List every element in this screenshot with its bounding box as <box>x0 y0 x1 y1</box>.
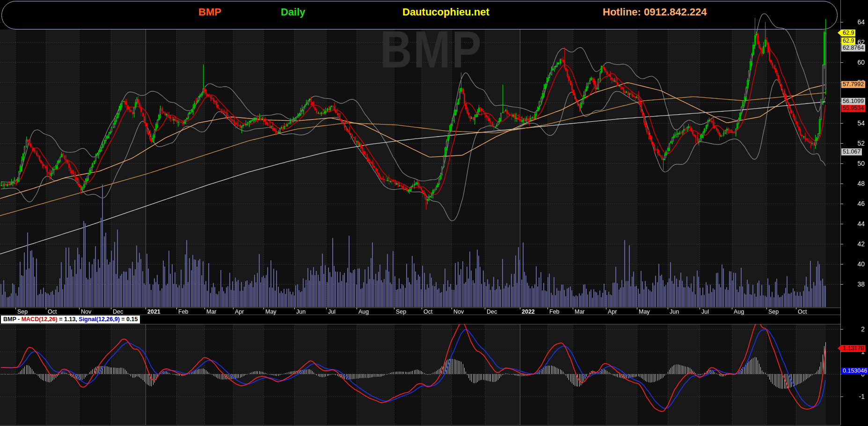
time-axis-label: May <box>639 308 650 315</box>
time-axis-label: Feb <box>549 308 560 315</box>
value-badge: 55.9534 <box>841 105 865 112</box>
time-axis-label: May <box>265 308 277 315</box>
price-axis-label: 64 <box>842 18 865 26</box>
time-axis-label: Oct <box>48 308 57 315</box>
time-axis-label: Apr <box>235 308 244 315</box>
stock-chart-window: BMP Daily Dautucophieu.net Hotline: 0912… <box>0 0 868 426</box>
time-axis-label: 2022 <box>522 308 535 315</box>
legend-macd-label: MACD(12,26) <box>22 316 58 323</box>
time-axis-label: Dec <box>487 308 497 315</box>
badge-arrow-icon <box>838 29 841 36</box>
time-axis-label: Oct <box>423 308 432 315</box>
legend-symbol: BMP - <box>3 316 22 323</box>
legend-signal-value: = 0.15 <box>120 316 138 323</box>
time-axis-label: Jun <box>670 308 679 315</box>
time-axis-label: Dec <box>113 308 123 315</box>
legend-macd-value: = 1.13, <box>58 316 79 323</box>
price-axis-label: 44 <box>842 220 865 228</box>
price-axis-label: 60 <box>842 59 865 66</box>
value-badge: 62.8764 <box>841 44 865 51</box>
value-badge: 62.9 <box>841 37 855 44</box>
legend-signal-label: Signal(12,26,9) <box>79 316 120 323</box>
price-axis-label: 38 <box>842 280 865 288</box>
time-axis-label: Jul <box>328 308 336 315</box>
time-axis-label: Feb <box>178 308 189 315</box>
price-axis-label: 54 <box>842 119 865 127</box>
time-axis-label: Jun <box>296 308 306 315</box>
price-axis-label: 48 <box>842 180 865 187</box>
time-axis-label: Mar <box>206 308 217 315</box>
time-axis-label: Apr <box>608 308 617 315</box>
price-axis-label: 40 <box>842 260 865 268</box>
time-axis-label: Nov <box>453 308 464 315</box>
price-axis-label: 52 <box>842 140 865 147</box>
macd-pane-canvas <box>0 324 840 425</box>
time-axis-label: Aug <box>358 308 369 315</box>
time-axis-label: Oct <box>798 308 807 315</box>
time-axis-label: Mar <box>575 308 585 315</box>
time-axis-label: Jul <box>701 308 709 315</box>
time-axis-label: Sep <box>17 308 28 315</box>
value-badge: 51.067 <box>841 148 862 155</box>
time-axis-label: 2021 <box>147 308 160 315</box>
macd-axis-label: -1 <box>842 393 865 400</box>
time-axis-label: Sep <box>768 308 779 315</box>
value-badge: 0.153046 <box>841 367 868 375</box>
value-badge: 57.7992 <box>841 81 865 88</box>
time-axis-label: Sep <box>396 308 406 315</box>
price-axis-label: 42 <box>842 240 865 248</box>
value-badge: 1.13178 <box>841 345 865 352</box>
price-axis-label: 50 <box>842 160 865 167</box>
time-axis-label: Nov <box>81 308 91 315</box>
badge-arrow-icon <box>838 345 841 352</box>
price-axis-label: 46 <box>842 200 865 207</box>
value-badge: 62.9 <box>841 29 855 37</box>
macd-legend: BMP - MACD(12,26) = 1.13, Signal(12,26,9… <box>1 316 140 323</box>
price-pane-canvas <box>0 0 840 308</box>
time-axis-label: Aug <box>734 308 744 315</box>
value-badge: 56.1099 <box>841 98 865 105</box>
macd-axis-label: 2 <box>842 325 865 333</box>
